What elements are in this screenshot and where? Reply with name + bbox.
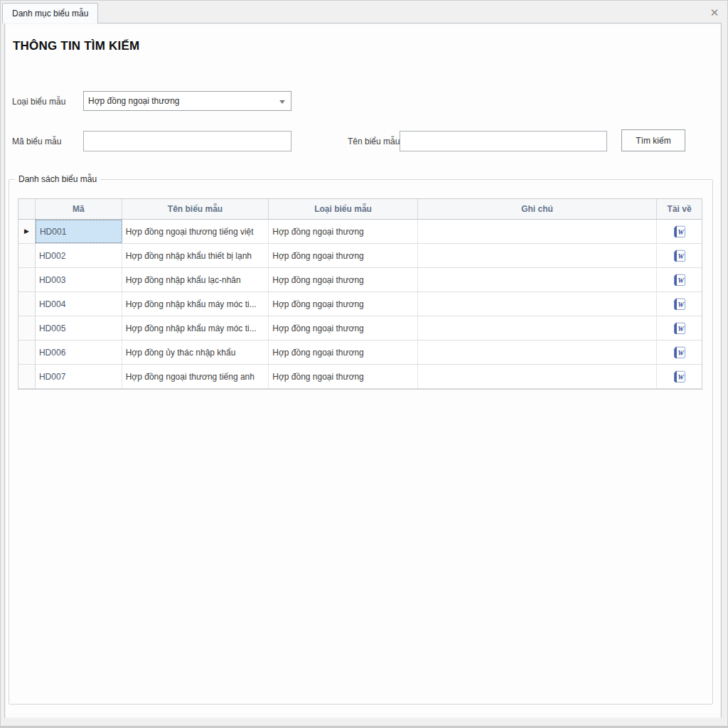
cell-loai[interactable]: Hợp đồng ngoại thương (269, 268, 418, 291)
cell-ma[interactable]: HD001 (36, 220, 122, 243)
result-groupbox: Danh sách biểu mẫu Mã Tên biểu mẫu Loại … (9, 179, 713, 705)
cell-download[interactable]: W (657, 268, 702, 291)
svg-text:W: W (678, 228, 684, 235)
grid-header-row: Mã Tên biểu mẫu Loại biểu mẫu Ghi chú Tả… (18, 199, 702, 220)
row-header-cell[interactable]: ▶ (18, 220, 36, 243)
cell-loai[interactable]: Hợp đồng ngoại thương (269, 341, 418, 364)
cell-ma[interactable]: HD004 (36, 292, 122, 316)
cell-loai[interactable]: Hợp đồng ngoại thương (269, 244, 418, 267)
word-document-icon[interactable]: W (673, 274, 686, 287)
app-window: Danh mục biểu mẫu ✕ THÔNG TIN TÌM KIẾM L… (0, 0, 728, 728)
close-icon[interactable]: ✕ (708, 6, 721, 19)
cell-ma[interactable]: HD003 (36, 268, 122, 291)
svg-text:W: W (678, 277, 684, 284)
table-row[interactable]: HD004 Hợp đồng nhập khẩu máy móc ti... H… (18, 292, 702, 316)
table-row[interactable]: HD006 Hợp đồng ủy thác nhập khẩu Hợp đồn… (18, 341, 702, 365)
cell-ten[interactable]: Hợp đồng ủy thác nhập khẩu (122, 341, 269, 364)
cell-ten[interactable]: Hợp đồng ngoại thương tiếng việt (122, 220, 269, 243)
code-label: Mã biểu mẫu (12, 136, 61, 146)
groupbox-title: Danh sách biểu mẫu (15, 174, 100, 184)
cell-ten[interactable]: Hợp đồng nhập khẩu thiết bị lạnh (122, 244, 269, 267)
svg-text:W: W (678, 349, 684, 356)
row-header-column (18, 199, 36, 219)
type-label: Loại biểu mẫu (12, 97, 65, 107)
cell-ma[interactable]: HD006 (36, 341, 122, 364)
cell-loai[interactable]: Hợp đồng ngoại thương (269, 292, 418, 316)
tab-label: Danh mục biểu mẫu (12, 9, 88, 18)
tab-danh-muc-bieu-mau[interactable]: Danh mục biểu mẫu (2, 3, 98, 23)
cell-download[interactable]: W (657, 244, 702, 267)
cell-ghichu[interactable] (418, 341, 657, 364)
cell-ma[interactable]: HD007 (36, 365, 122, 388)
cell-ghichu[interactable] (418, 244, 657, 267)
cell-ghichu[interactable] (418, 220, 657, 243)
template-grid: Mã Tên biểu mẫu Loại biểu mẫu Ghi chú Tả… (18, 198, 702, 390)
svg-text:W: W (678, 373, 684, 380)
word-document-icon[interactable]: W (673, 322, 686, 335)
cell-ma[interactable]: HD005 (36, 316, 122, 340)
cell-ten[interactable]: Hợp đồng nhập khẩu máy móc ti... (122, 316, 269, 340)
dropdown-arrow-icon (279, 100, 285, 104)
column-header-loai[interactable]: Loại biểu mẫu (269, 199, 418, 219)
word-document-icon[interactable]: W (673, 298, 686, 311)
tab-strip: Danh mục biểu mẫu ✕ (1, 1, 727, 23)
code-input[interactable] (83, 131, 291, 151)
table-row[interactable]: ▶ HD001 Hợp đồng ngoại thương tiếng việt… (18, 220, 702, 244)
main-panel: THÔNG TIN TÌM KIẾM Loại biểu mẫu Hợp đồn… (4, 23, 722, 719)
type-combobox-value: Hợp đồng ngoại thương (88, 96, 180, 106)
row-header-cell[interactable] (18, 316, 36, 340)
grid-body: ▶ HD001 Hợp đồng ngoại thương tiếng việt… (18, 220, 702, 389)
cell-download[interactable]: W (657, 365, 702, 388)
table-row[interactable]: HD007 Hợp đồng ngoại thương tiếng anh Hợ… (18, 365, 702, 389)
cell-ghichu[interactable] (418, 316, 657, 340)
table-row[interactable]: HD002 Hợp đồng nhập khẩu thiết bị lạnh H… (18, 244, 702, 268)
column-header-taive[interactable]: Tải về (657, 199, 702, 219)
word-document-icon[interactable]: W (673, 250, 686, 262)
svg-text:W: W (678, 301, 684, 308)
word-document-icon[interactable]: W (673, 346, 686, 359)
word-document-icon[interactable]: W (673, 225, 686, 238)
cell-download[interactable]: W (657, 341, 702, 364)
name-label: Tên biểu mẫu (348, 136, 400, 146)
cell-ten[interactable]: Hợp đồng nhập khẩu máy móc ti... (122, 292, 269, 316)
search-button[interactable]: Tìm kiếm (621, 129, 685, 151)
cell-loai[interactable]: Hợp đồng ngoại thương (269, 220, 418, 243)
column-header-ghichu[interactable]: Ghi chú (418, 199, 657, 219)
cell-download[interactable]: W (657, 316, 702, 340)
word-document-icon[interactable]: W (673, 370, 686, 383)
window-footer (1, 718, 727, 727)
row-header-cell[interactable] (18, 244, 36, 267)
cell-loai[interactable]: Hợp đồng ngoại thương (269, 316, 418, 340)
cell-ghichu[interactable] (418, 268, 657, 291)
name-input[interactable] (400, 131, 607, 151)
row-header-cell[interactable] (18, 341, 36, 364)
cell-ghichu[interactable] (418, 292, 657, 316)
table-row[interactable]: HD005 Hợp đồng nhập khẩu máy móc ti... H… (18, 316, 702, 341)
cell-ghichu[interactable] (418, 365, 657, 388)
cell-download[interactable]: W (657, 292, 702, 316)
cell-ten[interactable]: Hợp đồng ngoại thương tiếng anh (122, 365, 269, 388)
column-header-ma[interactable]: Mã (36, 199, 122, 219)
cell-ten[interactable]: Hợp đồng nhập khẩu lạc-nhân (122, 268, 269, 291)
current-row-indicator-icon: ▶ (24, 228, 29, 235)
svg-text:W: W (678, 252, 684, 259)
column-header-ten[interactable]: Tên biểu mẫu (122, 199, 269, 219)
svg-text:W: W (678, 325, 684, 332)
cell-ma[interactable]: HD002 (36, 244, 122, 267)
row-header-cell[interactable] (18, 292, 36, 316)
row-header-cell[interactable] (18, 268, 36, 291)
table-row[interactable]: HD003 Hợp đồng nhập khẩu lạc-nhân Hợp đồ… (18, 268, 702, 292)
page-title: THÔNG TIN TÌM KIẾM (13, 39, 139, 53)
cell-download[interactable]: W (657, 220, 702, 243)
row-header-cell[interactable] (18, 365, 36, 388)
type-combobox[interactable]: Hợp đồng ngoại thương (83, 91, 291, 111)
cell-loai[interactable]: Hợp đồng ngoại thương (269, 365, 418, 388)
